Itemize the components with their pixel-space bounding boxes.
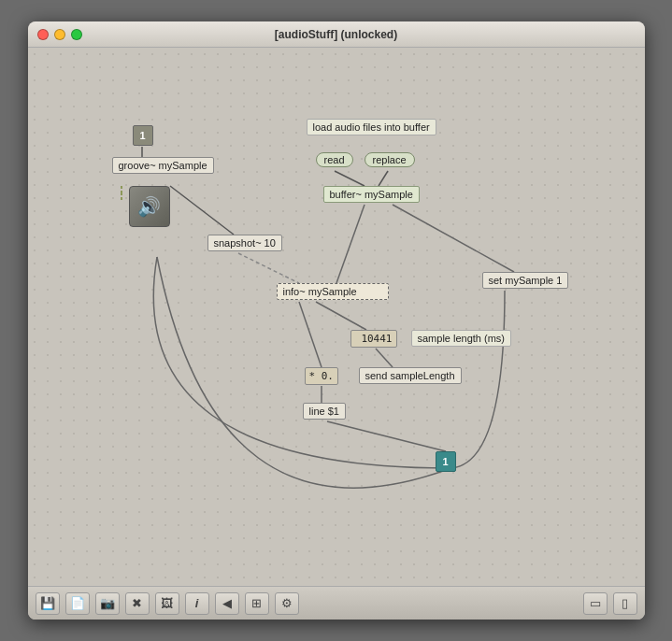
window-controls (37, 29, 82, 40)
layout-left-icon: ▭ (590, 596, 601, 610)
send-node[interactable]: send sampleLength (359, 367, 462, 384)
copy-icon: 📄 (70, 596, 85, 610)
save-icon: 💾 (40, 596, 55, 610)
svg-line-12 (327, 421, 446, 451)
svg-line-8 (299, 302, 322, 367)
maximize-button[interactable] (71, 29, 82, 40)
buffer-node[interactable]: buffer~ mySample (323, 186, 420, 203)
set-mysample-node[interactable]: set mySample 1 (482, 272, 569, 289)
info-icon: i (195, 596, 199, 610)
layout-left-btn[interactable]: ▭ (583, 592, 608, 615)
groove-node[interactable]: groove~ mySample (112, 157, 214, 174)
main-window: [audioStuff] (unlocked) (28, 21, 645, 620)
svg-line-5 (336, 205, 365, 283)
patch-icon: ⚙ (281, 596, 293, 610)
read-button-node[interactable]: read (316, 152, 353, 167)
speaker-node[interactable]: 🔊 (129, 186, 170, 227)
svg-line-9 (238, 253, 299, 283)
speaker-icon: 🔊 (137, 195, 161, 218)
grid-toolbar-btn[interactable]: ⊞ (245, 592, 269, 615)
grid-icon: ⊞ (251, 596, 262, 610)
svg-line-4 (379, 171, 388, 186)
minimize-button[interactable] (54, 29, 65, 40)
svg-line-2 (170, 186, 234, 235)
patch-toolbar-btn[interactable]: ⚙ (275, 592, 299, 615)
titlebar: [audioStuff] (unlocked) (28, 21, 645, 48)
sample-length-label: sample length (ms) (411, 330, 512, 347)
export-icon: 🖼 (161, 596, 173, 610)
back-toolbar-btn[interactable]: ◀ (215, 592, 239, 615)
svg-line-3 (335, 171, 365, 186)
save-toolbar-btn[interactable]: 💾 (36, 592, 60, 615)
snapshot-node[interactable]: snapshot~ 10 (207, 235, 282, 251)
layout-right-btn[interactable]: ▯ (613, 592, 637, 615)
svg-line-6 (393, 205, 514, 272)
patch-canvas[interactable]: 1 groove~ mySample 🔊 snapshot~ 10 load a… (28, 48, 645, 586)
info-node[interactable]: info~ mySample (277, 283, 389, 300)
svg-line-7 (316, 302, 366, 330)
multiply-node[interactable]: * 0. (305, 367, 339, 385)
layout-right-icon: ▯ (622, 596, 628, 610)
window-title: [audioStuff] (unlocked) (275, 28, 397, 41)
num-10441-node[interactable]: 10441 (350, 330, 397, 348)
close-icon: ✖ (132, 596, 142, 610)
replace-button-node[interactable]: replace (365, 152, 415, 167)
load-audio-comment[interactable]: load audio files into buffer (307, 119, 436, 135)
number-node-1[interactable]: 1 (133, 125, 153, 146)
line-node[interactable]: line $1 (303, 403, 346, 420)
back-icon: ◀ (222, 596, 232, 610)
copy-toolbar-btn[interactable]: 📄 (65, 592, 90, 615)
svg-line-10 (376, 349, 393, 367)
teal-number-node[interactable]: 1 (436, 451, 456, 472)
bottom-toolbar: 💾 📄 📷 ✖ 🖼 i ◀ ⊞ ⚙ ▭ ▯ (28, 586, 645, 620)
info-toolbar-btn[interactable]: i (185, 592, 209, 615)
camera-toolbar-btn[interactable]: 📷 (95, 592, 120, 615)
close-button[interactable] (37, 29, 49, 40)
camera-icon: 📷 (100, 596, 115, 610)
export-toolbar-btn[interactable]: 🖼 (155, 592, 179, 615)
close-toolbar-btn[interactable]: ✖ (125, 592, 150, 615)
